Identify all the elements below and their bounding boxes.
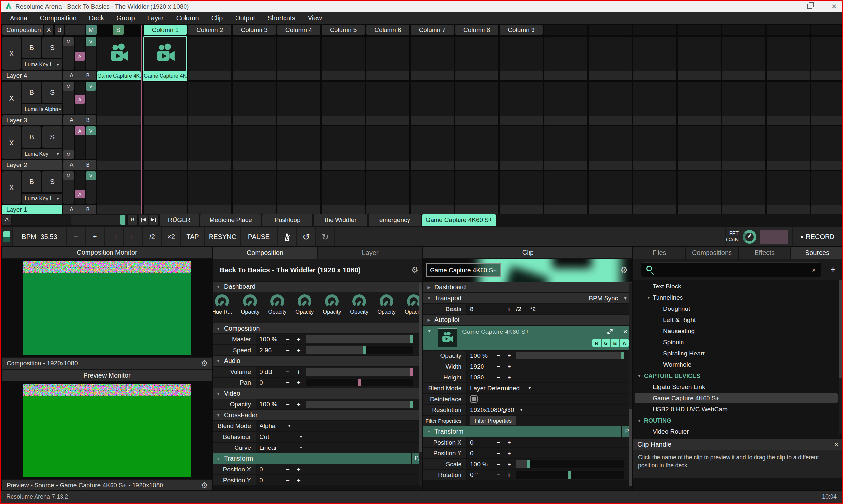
- param-value[interactable]: 0 °: [470, 470, 478, 480]
- clip-cell-empty[interactable]: [589, 37, 632, 80]
- layer-name-label[interactable]: Layer 3: [2, 115, 63, 125]
- crossfader-b-button[interactable]: B: [127, 215, 137, 225]
- layer-video-fader-handle[interactable]: V: [86, 37, 96, 46]
- expanded-icon[interactable]: ▼: [213, 326, 224, 331]
- clip-cell-empty-label[interactable]: [455, 205, 498, 214]
- channel-g-button[interactable]: G: [602, 339, 610, 347]
- column-header-5[interactable]: Column 5: [322, 25, 365, 35]
- layer-a-assign[interactable]: A: [70, 117, 73, 124]
- menu-clip[interactable]: Clip: [205, 15, 229, 22]
- clip-cell-empty-label[interactable]: [767, 116, 810, 125]
- crossfader-track[interactable]: [71, 215, 126, 225]
- column-header-1[interactable]: Column 1: [144, 25, 187, 35]
- layer-audio-fader-handle[interactable]: A: [75, 126, 85, 136]
- param-value[interactable]: 0: [259, 464, 263, 474]
- clip-cell-empty[interactable]: [366, 82, 410, 125]
- param-content[interactable]: Linear▼: [256, 443, 422, 453]
- column-header-8[interactable]: Column 8: [455, 25, 498, 35]
- param-content[interactable]: 100 %−+: [256, 399, 422, 409]
- clip-cell-empty[interactable]: [411, 82, 454, 125]
- crossfader-a-button[interactable]: A: [2, 215, 11, 225]
- metronome-button[interactable]: [278, 227, 296, 246]
- layer-master-fader[interactable]: M: [64, 171, 74, 204]
- clip-cell-empty-label[interactable]: [277, 116, 320, 125]
- clip-cell-empty-label[interactable]: [188, 116, 231, 125]
- layer-a-assign[interactable]: A: [70, 162, 73, 168]
- clip-cell-empty-label[interactable]: [322, 161, 365, 170]
- chevron-down-icon[interactable]: ▼: [519, 405, 523, 415]
- param-content[interactable]: Cut▼: [256, 432, 422, 442]
- list-item-tunnelines[interactable]: ▼Tunnelines: [634, 292, 843, 303]
- clip-cell-empty-label[interactable]: [322, 116, 365, 125]
- clip-handle-close-icon[interactable]: ×: [835, 438, 838, 450]
- clip-cell-empty[interactable]: [455, 82, 498, 125]
- composition-bypass-button[interactable]: B: [55, 25, 64, 35]
- clip-cell-empty[interactable]: [678, 126, 721, 170]
- clip-cell-empty[interactable]: [411, 126, 454, 170]
- clip-cell-empty[interactable]: [188, 37, 231, 80]
- tab-files[interactable]: Files: [634, 247, 685, 258]
- channel-a-button[interactable]: A: [620, 339, 629, 347]
- composition-solo-button[interactable]: S: [113, 25, 124, 35]
- clip-cell-empty-label[interactable]: [411, 71, 454, 80]
- clip-cell-empty[interactable]: [144, 126, 187, 170]
- slider-handle[interactable]: [527, 460, 530, 468]
- list-item-text-block[interactable]: Text Block: [634, 281, 843, 292]
- layer-clear-button[interactable]: X: [2, 171, 21, 204]
- menu-composition[interactable]: Composition: [34, 15, 83, 22]
- clip-cell-empty-label[interactable]: [455, 116, 498, 125]
- menu-output[interactable]: Output: [229, 15, 261, 22]
- clip-cell-empty-label[interactable]: [277, 71, 320, 80]
- clip-cell-empty[interactable]: [322, 171, 365, 214]
- layer-blendmode-dropdown[interactable]: Luma Key I▼: [22, 59, 62, 70]
- slider-handle[interactable]: [363, 346, 366, 354]
- param-slider[interactable]: [306, 368, 413, 376]
- deck-tab-6[interactable]: Game Capture 4K60 S+: [422, 214, 496, 226]
- layer-name-label[interactable]: Layer 1: [2, 205, 63, 214]
- column-header-empty[interactable]: [633, 25, 676, 35]
- composition-clear-button[interactable]: X: [45, 25, 53, 35]
- clip-cell-empty[interactable]: [500, 82, 543, 125]
- layer-preview-clip-label[interactable]: Game Capture 4K...: [97, 71, 141, 80]
- composition-master-button[interactable]: M: [86, 25, 97, 35]
- layer-ab-assign[interactable]: AB: [64, 160, 96, 170]
- clip-cell-empty[interactable]: [633, 126, 676, 170]
- increment-button[interactable]: +: [295, 399, 303, 409]
- tab-sources[interactable]: Sources: [791, 247, 843, 258]
- layer-master-fader-handle[interactable]: M: [64, 82, 74, 91]
- clip-cell-empty-label[interactable]: [811, 71, 842, 80]
- clip-cell-empty[interactable]: [589, 171, 632, 214]
- knob-dial-icon[interactable]: [352, 294, 366, 308]
- clip-cell-empty[interactable]: [455, 171, 498, 214]
- restore-button[interactable]: [805, 3, 814, 10]
- clip-cell-empty[interactable]: [500, 171, 543, 214]
- record-button[interactable]: ● RECORD: [793, 227, 842, 246]
- clip-cell-empty[interactable]: [811, 126, 842, 170]
- decrement-button[interactable]: −: [494, 470, 502, 480]
- list-item-wormhole[interactable]: Wormhole: [634, 359, 843, 370]
- list-item-left-right[interactable]: Left & Right: [634, 314, 843, 326]
- param-content[interactable]: 0 dB−+: [256, 367, 422, 377]
- param-slider[interactable]: [516, 460, 624, 468]
- expand-icon[interactable]: [607, 328, 614, 336]
- clip-cell-empty[interactable]: [233, 126, 276, 170]
- clip-cell-empty[interactable]: [544, 126, 587, 170]
- clip-cell-empty[interactable]: [144, 82, 187, 125]
- clip-cell-empty[interactable]: [144, 171, 187, 214]
- clip-cell-empty[interactable]: [678, 171, 721, 214]
- clip-cell-empty-label[interactable]: [233, 205, 276, 214]
- clip-cell-empty-label[interactable]: [322, 71, 365, 80]
- clip-cell-empty[interactable]: [411, 37, 454, 80]
- clip-cell-empty[interactable]: [500, 126, 543, 170]
- layer-blendmode-dropdown[interactable]: Luma Key I▼: [22, 194, 62, 204]
- param-slider[interactable]: [516, 471, 624, 479]
- clip-cell-empty[interactable]: [277, 37, 320, 80]
- param-content[interactable]: 0 °−+: [467, 470, 633, 480]
- param-content[interactable]: Filter Properties: [467, 416, 633, 426]
- clip-cell-empty[interactable]: [322, 126, 365, 170]
- param-content[interactable]: 1920x1080@60▼: [467, 405, 633, 415]
- decrement-button[interactable]: −: [284, 378, 292, 388]
- layer-video-fader[interactable]: V: [86, 126, 96, 159]
- param-content[interactable]: 0−+: [256, 464, 422, 474]
- increment-button[interactable]: +: [295, 334, 303, 344]
